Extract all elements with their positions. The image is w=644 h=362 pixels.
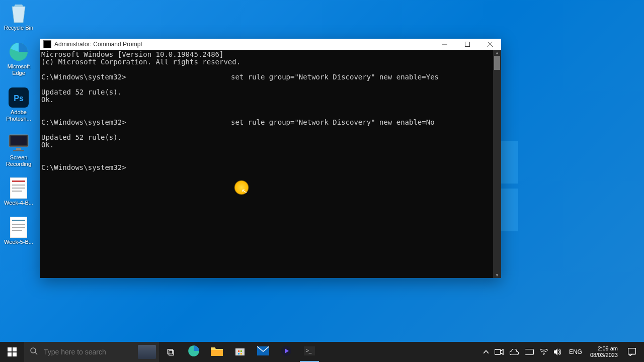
clock-time: 2:09 am (598, 345, 618, 352)
vertical-scrollbar[interactable]: ▲ ▼ (493, 50, 501, 278)
clock-date: 08/03/2023 (590, 352, 618, 358)
svg-rect-29 (235, 348, 245, 355)
terminal-icon: >_ (304, 346, 315, 358)
taskbar-clock[interactable]: 2:09 am 08/03/2023 (586, 345, 622, 358)
svg-text:Ps: Ps (14, 94, 24, 103)
desktop-icon-photoshop[interactable]: Ps Adobe Photosh... (3, 87, 35, 122)
close-button[interactable] (478, 39, 501, 50)
onedrive-icon[interactable] (507, 342, 522, 362)
scrollbar-thumb[interactable] (494, 56, 500, 70)
notifications-button[interactable] (622, 342, 642, 362)
taskbar-edge[interactable] (182, 342, 205, 362)
minimize-button[interactable] (433, 39, 456, 50)
desktop-icon-label: Microsoft Edge (3, 63, 35, 76)
svg-rect-44 (628, 348, 636, 354)
redacted-text (126, 74, 227, 81)
scroll-up-arrow-icon[interactable]: ▲ (493, 50, 501, 56)
system-tray: ENG 2:09 am 08/03/2023 (480, 342, 644, 362)
svg-point-43 (543, 354, 544, 355)
clipchamp-icon (281, 345, 292, 359)
desktop-icons-column: Recycle Bin Microsoft Edge Ps Adobe Phot… (3, 3, 35, 245)
command-prompt-window: Administrator: Command Prompt Microsoft … (40, 39, 501, 278)
taskbar: ⧉ >_ (0, 342, 644, 362)
document-icon (8, 217, 29, 238)
taskview-icon: ⧉ (167, 346, 174, 358)
taskbar-store[interactable] (228, 342, 252, 362)
svg-point-25 (31, 348, 36, 353)
task-view-button[interactable]: ⧉ (159, 342, 182, 362)
svg-rect-38 (495, 349, 501, 354)
edge-icon (188, 345, 200, 359)
svg-rect-9 (12, 185, 25, 186)
taskbar-search[interactable] (24, 342, 159, 362)
search-icon (30, 347, 38, 356)
desktop-icon-label: Recycle Bin (4, 25, 33, 31)
wifi-icon[interactable] (537, 342, 551, 362)
taskbar-cmd[interactable]: >_ (298, 342, 321, 362)
desktop-icon-recycle-bin[interactable]: Recycle Bin (3, 3, 35, 31)
svg-rect-22 (13, 347, 17, 351)
svg-rect-8 (12, 180, 25, 182)
svg-rect-16 (12, 230, 22, 231)
svg-rect-23 (8, 352, 12, 356)
desktop-icon-label: Week-5-B... (4, 239, 33, 245)
language-indicator[interactable]: ENG (565, 342, 586, 362)
svg-rect-11 (12, 191, 22, 192)
svg-rect-28 (211, 350, 223, 356)
photoshop-icon: Ps (8, 87, 29, 108)
svg-rect-24 (13, 352, 17, 356)
terminal-output: Microsoft Windows [Version 10.0.19045.24… (40, 50, 493, 278)
svg-text:>_: >_ (306, 348, 312, 353)
weather-widget[interactable] (138, 345, 156, 359)
search-input[interactable] (44, 348, 132, 356)
touchkeyboard-icon[interactable] (522, 342, 537, 362)
desktop-icon-screen-recording[interactable]: Screen Recording (3, 132, 35, 167)
svg-rect-13 (12, 220, 25, 221)
window-title: Administrator: Command Prompt (54, 41, 433, 48)
svg-rect-30 (238, 350, 239, 352)
desktop-icon-label: Adobe Photosh... (3, 109, 35, 122)
taskbar-explorer[interactable] (205, 342, 228, 362)
svg-rect-6 (13, 150, 24, 151)
svg-rect-31 (240, 350, 242, 352)
svg-rect-21 (8, 347, 12, 351)
meet-now-icon[interactable] (492, 342, 507, 362)
volume-icon[interactable] (551, 342, 565, 362)
scroll-down-arrow-icon[interactable]: ▼ (493, 272, 501, 278)
svg-rect-15 (12, 227, 25, 228)
cmd-icon (43, 40, 51, 48)
maximize-button[interactable] (456, 39, 478, 50)
store-icon (234, 345, 246, 359)
taskbar-mail[interactable] (252, 342, 275, 362)
monitor-icon (8, 132, 29, 153)
svg-rect-33 (240, 353, 242, 354)
svg-rect-18 (465, 42, 469, 47)
taskbar-clipchamp[interactable] (275, 342, 298, 362)
recyclebin-icon (8, 3, 29, 24)
desktop-icon-edge[interactable]: Microsoft Edge (3, 41, 35, 76)
svg-rect-39 (525, 349, 533, 355)
desktop-icon-label: Week-4-B... (4, 200, 33, 206)
svg-rect-4 (11, 136, 27, 145)
desktop-icon-week4[interactable]: Week-4-B... (3, 177, 35, 206)
svg-rect-32 (238, 353, 239, 354)
terminal-body[interactable]: Microsoft Windows [Version 10.0.19045.24… (40, 50, 501, 278)
svg-rect-14 (12, 224, 25, 225)
svg-rect-5 (16, 148, 21, 150)
svg-line-26 (35, 352, 37, 354)
titlebar[interactable]: Administrator: Command Prompt (40, 39, 501, 50)
svg-rect-10 (12, 188, 25, 189)
document-icon (8, 177, 29, 199)
desktop-icon-week5[interactable]: Week-5-B... (3, 217, 35, 245)
folder-icon (211, 346, 223, 358)
desktop-icon-label: Screen Recording (3, 154, 35, 167)
redacted-text (126, 119, 227, 126)
edge-icon (8, 41, 29, 62)
start-button[interactable] (0, 342, 24, 362)
tray-expand-button[interactable] (480, 342, 492, 362)
mail-icon (257, 346, 269, 358)
